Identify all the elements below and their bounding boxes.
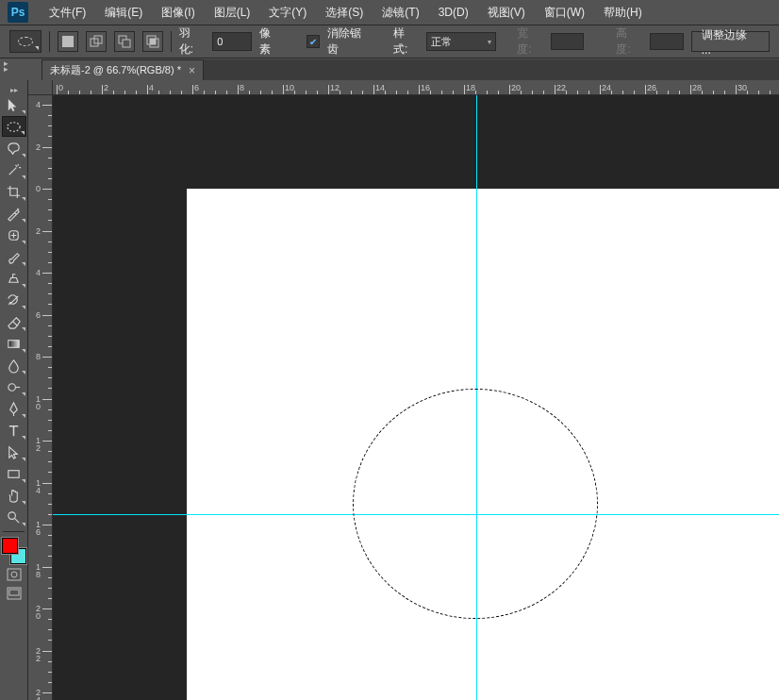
foreground-color-swatch[interactable] [2,538,18,554]
menu-3d[interactable]: 3D(D) [429,2,478,23]
width-label: 宽度: [517,25,542,58]
clone-stamp-tool[interactable] [2,268,26,289]
svg-rect-7 [150,39,156,44]
svg-point-11 [8,383,16,391]
healing-brush-tool[interactable] [2,225,26,245]
feather-unit: 像素 [259,25,282,58]
path-selection-tool[interactable] [2,442,26,462]
menu-image[interactable]: 图像(I) [152,1,204,25]
type-tool[interactable] [2,420,26,441]
menubar: Ps 文件(F) 编辑(E) 图像(I) 图层(L) 文字(Y) 选择(S) 滤… [0,0,779,25]
menu-edit[interactable]: 编辑(E) [95,1,152,25]
tool-preset-picker[interactable] [9,30,41,53]
magic-wand-tool[interactable] [2,159,26,180]
lasso-tool[interactable] [2,138,26,158]
ellipse-icon [18,37,33,46]
menu-layer[interactable]: 图层(L) [205,1,260,25]
menu-filter[interactable]: 滤镜(T) [373,1,428,25]
svg-point-15 [11,572,17,577]
document-tab-title: 未标题-2 @ 66.7%(RGB/8) * [50,63,181,77]
hand-tool[interactable] [2,485,26,506]
move-tool[interactable] [2,94,26,115]
svg-rect-4 [123,40,130,47]
chevron-down-icon: ▾ [488,38,491,46]
selection-add-button[interactable] [86,31,107,52]
antialias-checkbox[interactable]: ✔ [307,35,320,48]
close-icon[interactable]: × [189,64,195,77]
marquee-selection[interactable] [353,389,598,619]
feather-label: 羽化: [179,25,205,58]
height-label: 高度: [616,25,641,58]
style-value: 正常 [431,35,452,49]
selection-subtract-button[interactable] [114,31,135,52]
elliptical-marquee-tool[interactable] [2,116,26,137]
svg-point-13 [8,511,16,519]
dodge-tool[interactable] [2,376,26,397]
antialias-label: 消除锯齿 [327,25,373,58]
color-swatches[interactable] [2,538,26,564]
svg-rect-14 [8,569,21,580]
document-tabbar: 未标题-2 @ 66.7%(RGB/8) * × [41,59,779,80]
rectangle-tool[interactable] [2,463,26,484]
brush-tool[interactable] [2,246,26,267]
eraser-tool[interactable] [2,311,26,332]
refine-edge-button[interactable]: 调整边缘 ... [691,31,770,52]
menu-window[interactable]: 窗口(W) [535,1,594,25]
menu-type[interactable]: 文字(Y) [259,1,316,25]
selection-new-button[interactable] [58,31,78,52]
ruler-origin[interactable] [28,80,53,95]
svg-rect-17 [9,590,19,595]
app-logo: Ps [8,2,28,23]
svg-point-8 [8,122,20,130]
svg-rect-12 [8,470,19,477]
expand-options-icon[interactable]: ▸▸ [4,60,8,72]
pen-tool[interactable] [2,398,26,419]
options-bar: 羽化: 0 像素 ✔ 消除锯齿 样式: 正常 ▾ 宽度: ⇄ 高度: 调整边缘 … [0,25,779,58]
eyedropper-tool[interactable] [2,203,26,224]
width-readout [551,33,585,50]
menu-view[interactable]: 视图(V) [478,1,535,25]
crop-tool[interactable] [2,181,26,202]
document-tab[interactable]: 未标题-2 @ 66.7%(RGB/8) * × [41,59,204,80]
menu-help[interactable]: 帮助(H) [594,1,652,25]
menu-select[interactable]: 选择(S) [316,1,373,25]
style-label: 样式: [393,25,419,58]
height-readout [650,33,684,50]
selection-intersect-button[interactable] [142,31,163,52]
svg-rect-10 [8,340,19,347]
gradient-tool[interactable] [2,333,26,354]
ruler-vertical[interactable]: 42024681012141618202224 [28,80,53,700]
svg-rect-0 [62,36,74,47]
toolbox: ▸▸ [0,80,28,700]
ruler-horizontal[interactable]: 02468101214161820222426283032 [53,80,779,95]
blur-tool[interactable] [2,355,26,375]
swap-wh-button[interactable]: ⇄ [591,35,608,48]
quickmask-button[interactable] [4,566,25,583]
style-select[interactable]: 正常 ▾ [426,32,496,51]
canvas-area[interactable] [53,95,779,700]
menu-file[interactable]: 文件(F) [40,1,95,25]
screenmode-button[interactable] [4,585,25,602]
history-brush-tool[interactable] [2,290,26,310]
toolbox-handle[interactable]: ▸▸ [0,86,27,93]
feather-input[interactable]: 0 [212,32,252,51]
zoom-tool[interactable] [2,507,26,527]
